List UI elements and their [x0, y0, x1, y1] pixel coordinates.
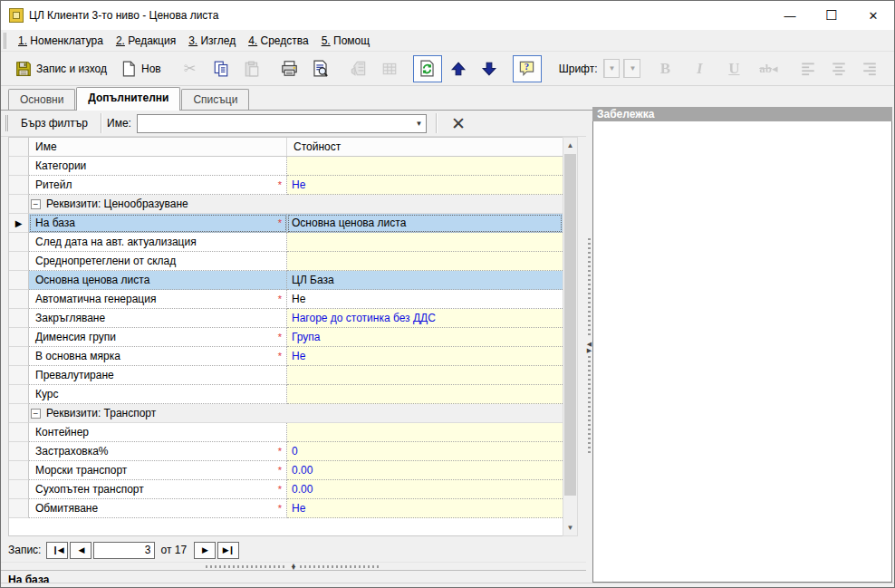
property-value-cell[interactable] [287, 233, 563, 252]
property-name-cell[interactable]: Застраховка%* [29, 442, 287, 461]
record-number-input[interactable] [93, 542, 155, 559]
scroll-up-icon[interactable]: ▲ [563, 138, 577, 153]
scrollbar-thumb[interactable] [564, 154, 576, 496]
property-name-cell[interactable]: Сухопътен транспорт* [29, 480, 287, 499]
grid-row[interactable]: След дата на авт. актуализация [9, 233, 563, 252]
grid-group-row[interactable]: −Реквизити: Транспорт [9, 404, 563, 423]
menu-pomosht[interactable]: 5. Помощ [315, 33, 376, 49]
maximize-button[interactable]: ☐ [811, 1, 852, 30]
quick-filter-button[interactable]: Бърз филтър [14, 113, 95, 133]
row-selector[interactable] [9, 366, 29, 385]
strikethrough-button[interactable]: ab◂ [752, 55, 784, 82]
property-name-cell[interactable]: Превалутиране [29, 366, 287, 385]
align-right-button[interactable] [855, 55, 884, 82]
row-selector[interactable] [9, 423, 29, 442]
close-button[interactable]: ✕ [852, 1, 894, 30]
vertical-splitter[interactable]: ◀▶ [586, 111, 592, 583]
filter-name-combobox[interactable]: ▼ [137, 114, 427, 133]
row-selector[interactable] [9, 309, 29, 328]
horizontal-splitter[interactable]: ▲▼ [1, 562, 586, 570]
grid-row[interactable]: ЗакръгляванеНагоре до стотинка без ДДС [9, 309, 563, 328]
print-button[interactable] [275, 55, 304, 82]
toolbar-grip[interactable] [5, 115, 9, 131]
grid-row[interactable]: Категории [9, 157, 563, 176]
row-selector[interactable] [9, 176, 29, 195]
grid-row[interactable]: Среднопретеглени от склад [9, 252, 563, 271]
collapse-icon[interactable]: − [31, 199, 41, 209]
property-value-cell[interactable]: Не [287, 176, 563, 195]
property-value-cell[interactable]: 0 [287, 442, 563, 461]
property-name-cell[interactable]: След дата на авт. актуализация [29, 233, 287, 252]
menu-redakcia[interactable]: 2. Редакция [110, 33, 182, 49]
property-value-cell[interactable]: Нагоре до стотинка без ДДС [287, 309, 563, 328]
italic-button[interactable]: I [683, 55, 716, 82]
new-button[interactable]: Нов [114, 55, 167, 82]
grid-row[interactable]: Дименсия групи*Група [9, 328, 563, 347]
refresh-button[interactable] [413, 55, 442, 82]
property-name-cell[interactable]: В основна мярка* [29, 347, 287, 366]
splitter-arrows-icon[interactable]: ▲▼ [291, 564, 297, 569]
row-selector[interactable] [9, 271, 29, 290]
property-name-cell[interactable]: Дименсия групи* [29, 328, 287, 347]
property-name-cell[interactable]: Обмитяване* [29, 499, 287, 518]
next-record-button[interactable]: ▶ [194, 542, 216, 559]
property-value-cell[interactable] [287, 366, 563, 385]
grid-view-button[interactable] [375, 55, 404, 82]
row-selector[interactable] [9, 404, 29, 423]
property-value-cell[interactable]: 0.00 [287, 461, 563, 480]
scroll-down-icon[interactable]: ▼ [563, 520, 577, 535]
align-center-button[interactable] [824, 55, 853, 82]
grid-row[interactable]: Контейнер [9, 423, 563, 442]
print-preview-button[interactable] [306, 55, 335, 82]
toolbar-grip[interactable] [4, 33, 7, 49]
row-selector[interactable] [9, 252, 29, 271]
tab-osnovni[interactable]: Основни [8, 89, 75, 111]
copy-button[interactable] [207, 55, 236, 82]
grid-row[interactable]: Основна ценова листаЦЛ База [9, 271, 563, 290]
font-family-select[interactable]: ▼ [603, 59, 621, 78]
tab-dopalnitelni[interactable]: Допълнителни [76, 87, 180, 111]
last-record-button[interactable]: ▶❙ [217, 542, 239, 559]
previous-record-button[interactable]: ◀ [70, 542, 91, 559]
row-selector[interactable] [9, 480, 29, 499]
grid-row[interactable]: В основна мярка*Не [9, 347, 563, 366]
property-value-cell[interactable]: Не [287, 499, 563, 518]
tab-spisaci[interactable]: Списъци [181, 89, 249, 111]
row-selector[interactable] [9, 461, 29, 480]
align-left-button[interactable] [794, 55, 823, 82]
row-selector[interactable] [9, 499, 29, 518]
collapse-icon[interactable]: − [31, 409, 41, 419]
row-selector[interactable] [9, 157, 29, 176]
row-selector[interactable] [9, 290, 29, 309]
menu-nomenklatura[interactable]: 1. Номенклатура [12, 33, 110, 49]
row-selector[interactable] [9, 442, 29, 461]
menu-izgled[interactable]: 3. Изглед [182, 33, 242, 49]
paste-button[interactable] [237, 55, 266, 82]
save-and-exit-button[interactable]: Запис и изход [9, 55, 112, 82]
property-name-cell[interactable]: Автоматична генерация* [29, 290, 287, 309]
bold-button[interactable]: B [649, 55, 681, 82]
property-name-cell[interactable]: Категории [29, 157, 287, 176]
property-name-cell[interactable]: Основна ценова листа [29, 271, 287, 290]
underline-button[interactable]: U [717, 55, 750, 82]
property-name-cell[interactable]: Закръгляване [29, 309, 287, 328]
first-record-button[interactable]: ❙◀ [46, 542, 68, 559]
clear-filter-button[interactable]: ✕ [442, 115, 475, 132]
grid-row[interactable]: Морски транспорт*0.00 [9, 461, 563, 480]
grid-row[interactable]: Автоматична генерация*Не [9, 290, 563, 309]
minimize-button[interactable]: — [769, 1, 811, 30]
property-name-cell[interactable]: Курс [29, 385, 287, 404]
property-value-cell[interactable] [287, 423, 563, 442]
row-selector[interactable] [9, 385, 29, 404]
splitter-arrows-icon[interactable]: ◀▶ [587, 341, 592, 353]
filter-name-input[interactable] [138, 116, 412, 131]
note-textarea[interactable] [593, 121, 891, 582]
delete-record-button[interactable] [344, 55, 373, 82]
grid-row[interactable]: Обмитяване*Не [9, 499, 563, 518]
row-selector[interactable] [9, 195, 29, 214]
chevron-down-icon[interactable]: ▼ [412, 120, 426, 128]
grid-row[interactable]: Ритейл*Не [9, 176, 563, 195]
grid-vertical-scrollbar[interactable]: ▲ ▼ [563, 137, 578, 536]
row-selector[interactable]: ▶ [9, 214, 29, 233]
grid-row[interactable]: Превалутиране [9, 366, 563, 385]
